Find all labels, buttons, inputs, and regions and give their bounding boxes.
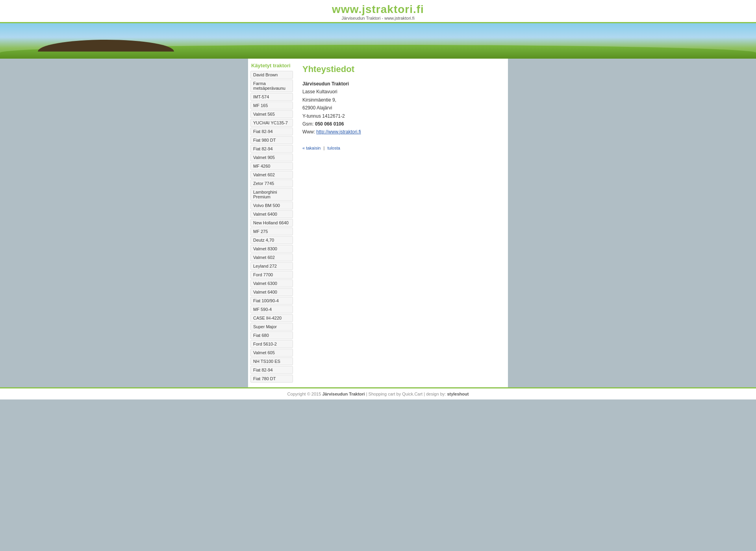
content-area: Yhteystiedot Järviseudun Traktori Lasse … (295, 59, 508, 387)
gsm-line: Gsm: 050 066 0106 (302, 120, 501, 128)
site-title: www.jstraktori.fi (0, 3, 756, 16)
footer: Copyright © 2015 Järviseudun Traktori | … (0, 387, 756, 399)
tractor-item[interactable]: Fiat 82-94 (250, 128, 293, 135)
tractor-item[interactable]: Farma metsäperävaunu (250, 80, 293, 92)
address-street: Kirsinmäentie 9, (302, 96, 501, 104)
tractor-item[interactable]: MF 275 (250, 227, 293, 235)
tractor-item[interactable]: Fiat 82-94 (250, 366, 293, 374)
footer-design-link[interactable]: styleshout (447, 392, 469, 396)
print-link[interactable]: tulosta (327, 146, 340, 150)
main-wrapper: Käytetyt traktori David BrownFarma metsä… (248, 59, 508, 387)
tractor-item[interactable]: IMT-574 (250, 93, 293, 101)
tractor-item[interactable]: Valmet 8300 (250, 245, 293, 253)
tractor-item[interactable]: Ford 5610-2 (250, 340, 293, 348)
hero-image (0, 23, 756, 59)
gsm-label: Gsm: (302, 121, 314, 127)
www-label: Www: (302, 129, 315, 135)
tractor-item[interactable]: Fiat 980 DT (250, 136, 293, 144)
tractor-item[interactable]: Valmet 602 (250, 253, 293, 261)
tractor-item[interactable]: Ford 7700 (250, 271, 293, 279)
tractor-item[interactable]: David Brown (250, 71, 293, 79)
contact-block: Järviseudun Traktori Lasse Kultavuori Ki… (302, 80, 501, 136)
footer-design-label: design by: (426, 392, 446, 396)
gsm-number: 050 066 0106 (315, 121, 344, 127)
tractor-item[interactable]: Valmet 6400 (250, 288, 293, 296)
tractor-item[interactable]: MF 4260 (250, 162, 293, 170)
tractor-item[interactable]: Valmet 905 (250, 153, 293, 161)
tractor-item[interactable]: NH TS100 ES (250, 357, 293, 365)
footer-copyright: Copyright © 2015 (287, 392, 321, 396)
tractor-item[interactable]: Fiat 680 (250, 331, 293, 339)
site-subtitle: Järviseudun Traktori - www.jstraktori.fi (0, 16, 756, 20)
tractor-item[interactable]: MF 590-4 (250, 305, 293, 313)
tractor-item[interactable]: Leyland 272 (250, 262, 293, 270)
tractor-item[interactable]: Volvo BM 500 (250, 202, 293, 209)
tractor-item[interactable]: Zetor 7745 (250, 179, 293, 187)
tractor-item[interactable]: Valmet 565 (250, 110, 293, 118)
company-name: Järviseudun Traktori (302, 80, 501, 88)
tractor-item[interactable]: Valmet 6300 (250, 279, 293, 287)
tractor-item[interactable]: Valmet 602 (250, 171, 293, 179)
back-link[interactable]: « takaisin (302, 146, 321, 150)
tractor-item[interactable]: Super Major (250, 323, 293, 331)
site-header: www.jstraktori.fi Järviseudun Traktori -… (0, 0, 756, 23)
tractor-item[interactable]: Fiat 780 DT (250, 375, 293, 383)
sidebar: Käytetyt traktori David BrownFarma metsä… (248, 59, 295, 387)
footer-cart: Shopping cart by Quick.Cart (369, 392, 423, 396)
tractor-item[interactable]: Valmet 605 (250, 349, 293, 357)
address-city: 62900 Alajärvi (302, 104, 501, 112)
tractor-item[interactable]: CASE IH-4220 (250, 314, 293, 322)
tractor-item[interactable]: Fiat 100/90-4 (250, 297, 293, 305)
footer-company-link[interactable]: Järviseudun Traktori (322, 392, 365, 396)
tractor-item[interactable]: Fiat 82-94 (250, 145, 293, 153)
tractor-list: David BrownFarma metsäperävaunuIMT-574MF… (250, 71, 293, 383)
contact-person: Lasse Kultavuori (302, 88, 501, 96)
tractor-item[interactable]: MF 165 (250, 102, 293, 109)
sidebar-title: Käytetyt traktori (250, 63, 293, 68)
nav-links: « takaisin | tulosta (302, 146, 501, 150)
page-title: Yhteystiedot (302, 64, 501, 74)
y-tunnus: Y-tunnus 1412671-2 (302, 112, 501, 120)
www-line: Www: http://www.jstraktori.fi (302, 128, 501, 136)
www-link[interactable]: http://www.jstraktori.fi (316, 129, 361, 135)
tractor-item[interactable]: Valmet 6400 (250, 210, 293, 218)
tractor-item[interactable]: New Holland 6640 (250, 219, 293, 227)
tractor-item[interactable]: Deutz 4,70 (250, 236, 293, 244)
tractor-item[interactable]: YUCHAI YC135-7 (250, 119, 293, 127)
nav-separator: | (324, 146, 325, 150)
tractor-item[interactable]: Lamborghini Premium (250, 188, 293, 201)
